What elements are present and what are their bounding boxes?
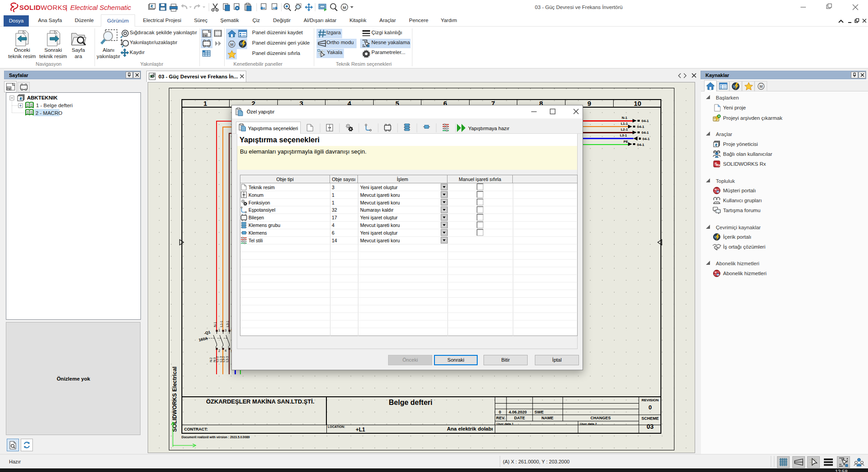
svg-text:Başlarken: Başlarken bbox=[716, 95, 739, 100]
svg-text:Bağlı olan kullanıcılar: Bağlı olan kullanıcılar bbox=[723, 151, 772, 157]
svg-text:Kullanıcı grupları: Kullanıcı grupları bbox=[723, 198, 762, 203]
svg-text:SOLIDWORKS Rx: SOLIDWORKS Rx bbox=[723, 161, 766, 167]
svg-text:Araçlar: Araçlar bbox=[716, 132, 732, 137]
svg-text:Proje yöneticisi: Proje yöneticisi bbox=[723, 141, 758, 147]
svg-text:Müşteri portalı: Müşteri portalı bbox=[723, 188, 756, 193]
svg-text:Yeni proje: Yeni proje bbox=[723, 105, 746, 110]
svg-text:Projeyi arşivden çıkarmak: Projeyi arşivden çıkarmak bbox=[723, 115, 782, 121]
svg-text:Çevrimiçi kaynaklar: Çevrimiçi kaynaklar bbox=[716, 225, 761, 230]
svg-text:W: W bbox=[717, 273, 719, 276]
svg-text:Topluluk: Topluluk bbox=[716, 178, 735, 184]
svg-text:Abonelik hizmetleri: Abonelik hizmetleri bbox=[723, 271, 767, 276]
svg-text:W: W bbox=[717, 191, 719, 193]
svg-text:Tartışma forumu: Tartışma forumu bbox=[723, 208, 760, 213]
svg-text:İçerik portalı: İçerik portalı bbox=[723, 234, 751, 240]
svg-text:İş ortağı çözümleri: İş ortağı çözümleri bbox=[723, 244, 765, 250]
svg-text:Rx: Rx bbox=[716, 163, 720, 167]
svg-text:Abonelik hizmetleri: Abonelik hizmetleri bbox=[716, 261, 760, 266]
